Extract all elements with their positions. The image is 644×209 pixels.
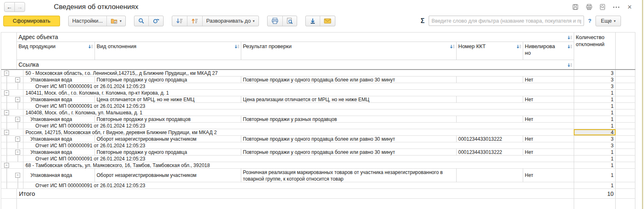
result-cell[interactable]: Цена реализации отличается от МРЦ, но не… bbox=[241, 96, 457, 102]
report-link-cell[interactable]: Отчет ИС МП 000000091 от 26.01.2024 12:0… bbox=[23, 83, 574, 89]
leveled-cell[interactable]: Нет bbox=[523, 77, 574, 83]
report-link-cell[interactable]: Отчет ИС МП 000000091 от 26.01.2024 12:0… bbox=[23, 123, 574, 129]
count-cell[interactable]: 1 bbox=[574, 116, 616, 122]
leveled-cell[interactable]: Нет bbox=[523, 116, 574, 122]
product-cell[interactable]: Упакованная вода bbox=[23, 136, 95, 142]
leveled-cell[interactable]: Нет bbox=[523, 136, 574, 142]
count-cell[interactable]: 1 bbox=[574, 123, 616, 129]
kkt-cell[interactable]: 0001234433013222 bbox=[457, 136, 523, 142]
sort-ascending-button[interactable] bbox=[187, 16, 202, 26]
help-link[interactable]: ? bbox=[588, 18, 591, 24]
download-button[interactable] bbox=[306, 16, 320, 26]
report-link-cell[interactable]: Отчет ИС МП 000000091 от 26.01.2024 12:0… bbox=[23, 103, 574, 109]
settings-button[interactable]: Настройки... bbox=[69, 16, 107, 26]
deviation-cell[interactable]: Оборот незарегистрированным участником bbox=[95, 169, 241, 182]
column-header-product[interactable]: Вид продукции bbox=[17, 42, 95, 60]
report-link-cell[interactable]: Отчет ИС МП 000000091 от 26.01.2024 12:0… bbox=[23, 182, 574, 188]
collapse-button[interactable]: − bbox=[15, 150, 20, 155]
save-icon[interactable] bbox=[572, 3, 579, 11]
count-cell[interactable]: 1 bbox=[574, 90, 616, 96]
kkt-cell[interactable] bbox=[457, 77, 523, 83]
count-cell[interactable]: 1 bbox=[574, 169, 616, 182]
column-header-link[interactable]: Ссылка bbox=[17, 60, 574, 69]
count-cell[interactable]: 10 bbox=[574, 189, 616, 198]
deviation-cell[interactable]: Повторные продажи у одного продавца bbox=[95, 149, 241, 155]
column-header-address[interactable]: Адрес объекта bbox=[17, 33, 574, 42]
collapse-button[interactable]: − bbox=[4, 71, 9, 76]
collapse-button[interactable]: − bbox=[15, 173, 20, 178]
collapse-button[interactable]: − bbox=[15, 137, 20, 142]
collapse-button[interactable]: − bbox=[15, 77, 20, 82]
report-link-cell[interactable]: Отчет ИС МП 000000091 от 26.01.2024 12:0… bbox=[23, 142, 574, 149]
preview-icon[interactable] bbox=[599, 3, 606, 11]
print-preview-button[interactable] bbox=[282, 16, 297, 26]
kkt-cell[interactable]: 0001234433013222 bbox=[457, 149, 523, 155]
generate-button[interactable]: Сформировать bbox=[3, 16, 60, 26]
count-cell[interactable]: 1 bbox=[574, 103, 616, 109]
column-header-count[interactable]: Количество отклонений bbox=[574, 33, 616, 69]
kkt-cell[interactable] bbox=[457, 96, 523, 102]
kkt-cell[interactable] bbox=[457, 116, 523, 122]
filter-input[interactable] bbox=[429, 16, 584, 26]
count-cell[interactable]: 3 bbox=[574, 77, 616, 83]
deviation-cell[interactable]: Оборот незарегистрированным участником bbox=[95, 136, 241, 142]
deviation-cell[interactable]: Цена отличается от МРЦ, но не ниже ЕМЦ bbox=[95, 96, 241, 102]
search-button[interactable] bbox=[134, 16, 148, 26]
result-cell[interactable]: Повторные продажи у одного продавца боле… bbox=[241, 149, 457, 155]
product-cell[interactable]: Упакованная вода bbox=[23, 149, 95, 155]
count-cell[interactable]: 4 bbox=[574, 129, 616, 135]
total-label-cell[interactable]: Итого bbox=[17, 189, 574, 198]
count-cell[interactable]: 3 bbox=[574, 136, 616, 142]
more-button[interactable]: Еще ▾ bbox=[596, 16, 621, 26]
column-header-leveled[interactable]: Нивелировано bbox=[523, 42, 574, 60]
kkt-cell[interactable] bbox=[457, 169, 523, 182]
count-cell[interactable]: 3 bbox=[574, 70, 616, 76]
column-header-deviation[interactable]: Вид отклонения bbox=[95, 42, 241, 60]
address-cell[interactable]: 140411, Моск. обл., г.о. Коломна, г. Кол… bbox=[23, 90, 574, 96]
print-icon[interactable] bbox=[585, 3, 593, 11]
count-cell[interactable] bbox=[574, 199, 616, 209]
collapse-button[interactable]: − bbox=[4, 163, 9, 168]
cancel-search-button[interactable] bbox=[148, 16, 163, 26]
leveled-cell[interactable]: Нет bbox=[523, 149, 574, 155]
count-cell[interactable]: 1 bbox=[574, 182, 616, 188]
sort-descending-button[interactable] bbox=[172, 16, 187, 26]
count-cell[interactable]: 1 bbox=[574, 162, 616, 168]
close-icon[interactable]: × bbox=[626, 3, 633, 11]
product-cell[interactable]: Упакованная вода bbox=[23, 96, 95, 102]
column-header-kkt[interactable]: Номер ККТ bbox=[457, 42, 523, 60]
collapse-button[interactable]: − bbox=[15, 117, 20, 122]
count-cell[interactable]: 1 bbox=[574, 156, 616, 162]
column-header-result[interactable]: Результат проверки bbox=[241, 42, 457, 60]
product-cell[interactable]: Упакованная вода bbox=[23, 77, 95, 83]
email-button[interactable] bbox=[320, 16, 335, 26]
count-cell[interactable]: 3 bbox=[574, 142, 616, 149]
count-cell[interactable]: 1 bbox=[574, 149, 616, 155]
menu-icon[interactable] bbox=[612, 3, 620, 11]
deviation-cell[interactable]: Повторные продажи у одного продавца bbox=[95, 77, 241, 83]
forward-button[interactable]: → bbox=[14, 2, 25, 12]
collapse-button[interactable]: − bbox=[15, 97, 20, 102]
count-cell[interactable]: 1 bbox=[574, 96, 616, 102]
back-button[interactable]: ← bbox=[5, 2, 14, 12]
address-cell[interactable]: 50 - Московская область, г.о. Ленинский,… bbox=[23, 70, 574, 76]
collapse-button[interactable]: − bbox=[4, 110, 9, 115]
leveled-cell[interactable]: Нет bbox=[523, 96, 574, 102]
address-cell[interactable]: Россия, 142715, Московская обл, г Видное… bbox=[23, 129, 574, 135]
product-cell[interactable]: Упакованная вода bbox=[23, 116, 95, 122]
address-cell[interactable]: 140408, Моск. обл., г. Коломна, ул. Малы… bbox=[23, 109, 574, 116]
collapse-button[interactable]: − bbox=[4, 130, 9, 135]
result-cell[interactable]: Розничная реализация маркированных товар… bbox=[241, 169, 457, 182]
product-cell[interactable]: Упакованная вода bbox=[23, 169, 95, 182]
result-cell[interactable]: Повторные продажи у одного продавца боле… bbox=[241, 136, 457, 142]
sum-icon[interactable]: Σ bbox=[420, 17, 425, 25]
deviation-cell[interactable]: Повторные продажи у разных продавцов bbox=[95, 116, 241, 122]
print-button[interactable] bbox=[268, 16, 282, 26]
result-cell[interactable]: Повторные продажи у разных продавцов bbox=[241, 116, 457, 122]
count-cell[interactable]: 3 bbox=[574, 83, 616, 89]
expand-to-button[interactable]: Разворачивать до ▾ bbox=[202, 16, 259, 26]
report-link-cell[interactable]: Отчет ИС МП 000000091 от 26.01.2024 12:0… bbox=[23, 156, 574, 162]
leveled-cell[interactable]: Нет bbox=[523, 169, 574, 182]
collapse-button[interactable]: − bbox=[4, 91, 9, 95]
count-cell[interactable]: 1 bbox=[574, 109, 616, 116]
